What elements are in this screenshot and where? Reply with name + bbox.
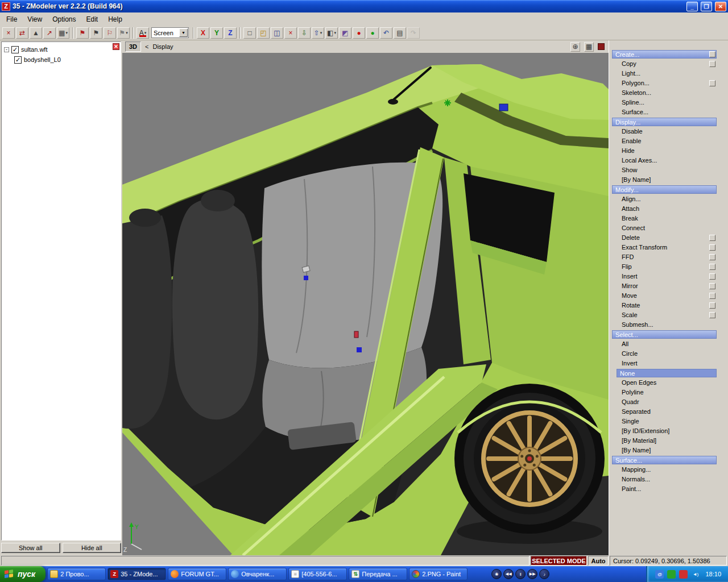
menu-file[interactable]: File xyxy=(1,13,22,26)
cmd-move[interactable]: Move xyxy=(609,291,728,301)
cmd-light[interactable]: Light... xyxy=(609,69,728,78)
cmd-copy-options-box[interactable] xyxy=(709,61,715,67)
import-icon[interactable]: ⇩ xyxy=(298,27,311,39)
cmd-modify[interactable]: Modify... xyxy=(609,185,728,194)
cmd-by-id-extension[interactable]: [By ID/Extension] xyxy=(609,426,728,436)
media-pause-button[interactable]: ‖ xyxy=(515,569,526,579)
cmd-surface[interactable]: Surface... xyxy=(609,455,728,465)
cmd-hide[interactable]: Hide xyxy=(609,146,728,156)
axis-y-button[interactable]: Y xyxy=(210,27,223,39)
cmd-exact-transform[interactable]: Exact Transform xyxy=(609,243,728,252)
cmd-ffd[interactable]: FFD xyxy=(609,252,728,262)
cmd-create[interactable]: Create... xyxy=(609,49,728,59)
flags-menu-icon[interactable]: ⚑▾ xyxy=(117,27,130,39)
save-file-icon[interactable]: ◫ xyxy=(271,27,283,39)
cmd-flip[interactable]: Flip xyxy=(609,262,728,272)
new-scene-icon[interactable]: □ xyxy=(243,27,256,39)
taskbar-button-5[interactable]: ≡[405-556-6... xyxy=(288,568,347,580)
cmd-scale-options-box[interactable] xyxy=(709,312,715,318)
cmd-single[interactable]: Single xyxy=(609,417,728,426)
taskbar-button-6[interactable]: ⇅Передача ... xyxy=(349,568,407,580)
cmd-circle[interactable]: Circle xyxy=(609,349,728,359)
taskbar-button-2[interactable]: Z35 - ZMode... xyxy=(107,568,166,580)
cmd-polyline[interactable]: Polyline xyxy=(609,388,728,397)
cmd-move-options-box[interactable] xyxy=(709,293,715,299)
expand-toggle-icon[interactable]: - xyxy=(4,47,9,52)
undo-icon[interactable]: ↶ xyxy=(380,27,392,39)
cmd-rotate[interactable]: Rotate xyxy=(609,301,728,310)
cmd-ffd-options-box[interactable] xyxy=(709,254,715,260)
visibility-checkbox[interactable]: ✓ xyxy=(14,56,22,64)
viewport-3d-scene[interactable]: Y Z xyxy=(122,53,609,555)
screen-view-select[interactable]: Screen▼ xyxy=(151,27,189,38)
cmd-delete-options-box[interactable] xyxy=(709,235,715,241)
viewport-maximize-button[interactable] xyxy=(598,43,605,50)
cmd-surface[interactable]: Surface... xyxy=(609,107,728,117)
cmd-mirror[interactable]: Mirror xyxy=(609,281,728,291)
cmd-mapping[interactable]: Mapping... xyxy=(609,465,728,475)
zoom-region-icon[interactable]: ⊕ xyxy=(570,42,580,52)
axis-z-button[interactable]: Z xyxy=(224,27,237,39)
cmd-by-material[interactable]: [By Material] xyxy=(609,436,728,446)
cmd-show[interactable]: Show xyxy=(609,165,728,175)
cmd-by-name[interactable]: [By Name] xyxy=(609,446,728,455)
mirror-figures-icon[interactable]: ⇄ xyxy=(16,27,28,39)
figure-mode-icon[interactable]: ▲ xyxy=(30,27,42,39)
hide-all-button[interactable]: Hide all xyxy=(63,543,122,553)
media-next-button[interactable]: ▶▶ xyxy=(527,569,537,579)
axis-x-button[interactable]: X xyxy=(197,27,209,39)
cmd-skeleton[interactable]: Skeleton... xyxy=(609,88,728,98)
taskbar-button-1[interactable]: 2 Прово... xyxy=(47,568,106,580)
cut-tool-icon[interactable]: × xyxy=(2,27,15,39)
menu-edit[interactable]: Edit xyxy=(81,13,104,26)
cmd-local-axes[interactable]: Local Axes... xyxy=(609,156,728,165)
render-icon[interactable]: ◩ xyxy=(339,27,351,39)
flag-outline-icon[interactable]: ⚐ xyxy=(104,27,116,39)
move-figure-icon[interactable]: ↗ xyxy=(43,27,56,39)
cmd-connect[interactable]: Connect xyxy=(609,223,728,233)
cmd-delete[interactable]: Delete xyxy=(609,233,728,243)
cmd-spline[interactable]: Spline... xyxy=(609,98,728,107)
tray-volume-icon[interactable]: ◄) xyxy=(691,570,700,579)
cmd-select[interactable]: Select... xyxy=(609,330,728,339)
cmd-display[interactable]: Display... xyxy=(609,117,728,127)
export-menu-icon[interactable]: ⇧▾ xyxy=(312,27,324,39)
tray-messenger-icon[interactable]: @ xyxy=(655,570,664,579)
views-menu-icon[interactable]: ◧▾ xyxy=(325,27,338,39)
viewport-mode-label[interactable]: Display xyxy=(152,43,173,50)
flag-dark-icon[interactable]: ⚑ xyxy=(90,27,102,39)
cmd-polygon-options-box[interactable] xyxy=(709,80,715,86)
cmd-by-name[interactable]: [By Name] xyxy=(609,175,728,185)
delete-object-icon[interactable]: × xyxy=(284,27,297,39)
cmd-disable[interactable]: Disable xyxy=(609,127,728,136)
cmd-quadr[interactable]: Quadr xyxy=(609,397,728,407)
menu-help[interactable]: Help xyxy=(103,13,127,26)
show-all-button[interactable]: Show all xyxy=(1,543,60,553)
cmd-paint[interactable]: Paint... xyxy=(609,484,728,494)
grid-settings-icon[interactable]: ▦▾ xyxy=(57,27,69,39)
cmd-attach[interactable]: Attach xyxy=(609,204,728,214)
cmd-all[interactable]: All xyxy=(609,339,728,349)
record-icon[interactable]: ● xyxy=(353,27,365,39)
menu-view[interactable]: View xyxy=(22,13,47,26)
cmd-polygon[interactable]: Polygon... xyxy=(609,78,728,88)
tray-alert-icon[interactable] xyxy=(679,570,688,579)
cmd-create-options-box[interactable] xyxy=(709,51,715,57)
cmd-enable[interactable]: Enable xyxy=(609,136,728,146)
cmd-insert[interactable]: Insert xyxy=(609,272,728,281)
flag-red-icon[interactable]: ⚑ xyxy=(76,27,89,39)
chevron-down-icon[interactable]: ▼ xyxy=(179,28,188,37)
media-prev-button[interactable]: ◀◀ xyxy=(503,569,514,579)
panel-close-icon[interactable]: ✕ xyxy=(113,43,119,50)
zoom-extents-icon[interactable]: ▦ xyxy=(584,42,594,52)
cmd-open-edges[interactable]: Open Edges xyxy=(609,378,728,388)
cmd-exact-transform-options-box[interactable] xyxy=(709,244,715,251)
viewport-3d-tab[interactable]: 3D xyxy=(125,41,141,52)
material-editor-icon[interactable]: ● xyxy=(366,27,379,39)
media-player-icon[interactable]: ◉ xyxy=(491,569,502,579)
tray-antivirus-icon[interactable] xyxy=(667,570,676,579)
media-volume-button[interactable]: ♪ xyxy=(539,569,549,579)
cmd-mirror-options-box[interactable] xyxy=(709,283,715,289)
cmd-submesh[interactable]: Submesh... xyxy=(609,320,728,330)
start-button[interactable]: пуск xyxy=(0,566,46,582)
